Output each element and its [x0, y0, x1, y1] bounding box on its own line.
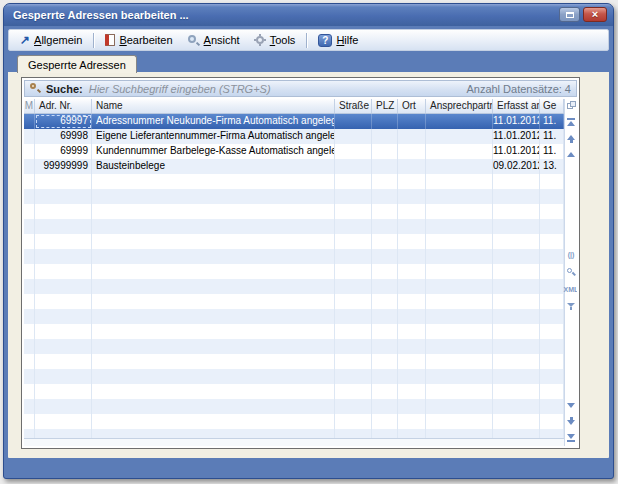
ort-cell: [398, 144, 426, 159]
name-cell: Kundennummer Barbelege-Kasse Automatisch…: [92, 144, 335, 159]
partner-cell: [426, 144, 493, 159]
header-partner[interactable]: Ansprechpartner: [426, 99, 493, 113]
grid-side-toolbar: (|) XML: [564, 99, 577, 446]
edit-document-icon: [105, 34, 115, 46]
empty-grid-area: [24, 174, 564, 438]
search-bar: Suche: Hier Suchbegriff eingeben (STRG+S…: [24, 80, 577, 97]
marker-cell: [24, 144, 35, 159]
name-cell: Eigene Lieferantennummer-Firma Automatis…: [92, 129, 335, 144]
menu-bar: ↗ Allgemein Bearbeiten Ansicht Tools ? H…: [8, 29, 609, 51]
adr-cell: 99999999: [35, 159, 92, 174]
table-row[interactable]: 69999 Kundennummer Barbelege-Kasse Autom…: [24, 144, 564, 159]
ort-cell: [398, 159, 426, 174]
menu-label: Bearbeiten: [119, 34, 172, 46]
header-plz[interactable]: PLZ: [372, 99, 398, 113]
geaendert-cell: 13.: [540, 159, 564, 174]
filter-icon[interactable]: [567, 303, 575, 310]
ort-cell: [398, 114, 426, 129]
menu-label: Allgemein: [34, 34, 82, 46]
marker-cell: [24, 129, 35, 144]
strasse-cell: [335, 159, 372, 174]
strasse-cell: [335, 144, 372, 159]
erfasst-cell: 11.01.2012: [493, 114, 540, 129]
table-row[interactable]: 69998 Eigene Lieferantennummer-Firma Aut…: [24, 129, 564, 144]
header-adr-nr[interactable]: Adr. Nr.: [35, 99, 92, 113]
plz-cell: [372, 114, 398, 129]
header-name[interactable]: Name: [92, 99, 335, 113]
table-row[interactable]: 69997 Adressnummer Neukunde-Firma Automa…: [24, 114, 564, 129]
header-marker[interactable]: M: [24, 99, 35, 113]
table-wrap: M Adr. Nr. Name Straße PLZ Ort Ansprechp…: [24, 99, 577, 446]
brackets-icon[interactable]: (|): [568, 251, 575, 259]
adr-cell: 69997: [35, 114, 92, 129]
partner-cell: [426, 159, 493, 174]
row-up-icon[interactable]: [567, 152, 575, 157]
menu-item-tools[interactable]: Tools: [247, 31, 303, 49]
go-first-row-icon[interactable]: [567, 118, 575, 126]
menu-label: Ansicht: [204, 34, 240, 46]
page-down-icon[interactable]: [567, 417, 575, 425]
page-up-icon[interactable]: [567, 135, 575, 143]
erfasst-cell: 09.02.2012: [493, 159, 540, 174]
partner-cell: [426, 129, 493, 144]
plz-cell: [372, 144, 398, 159]
marker-cell: [24, 114, 35, 129]
search-icon: [30, 83, 41, 94]
strasse-cell: [335, 129, 372, 144]
ort-cell: [398, 129, 426, 144]
header-ort[interactable]: Ort: [398, 99, 426, 113]
table-header-row: M Adr. Nr. Name Straße PLZ Ort Ansprechp…: [24, 99, 564, 114]
erfasst-cell: 11.01.2012: [493, 144, 540, 159]
name-cell: Adressnummer Neukunde-Firma Automatisch …: [92, 114, 335, 129]
restore-icon: [566, 12, 574, 18]
gear-icon: [254, 34, 266, 46]
magnifier-document-icon: [187, 34, 200, 47]
title-bar[interactable]: Gesperrte Adressen bearbeiten ... ×: [4, 4, 613, 26]
grid: M Adr. Nr. Name Straße PLZ Ort Ansprechp…: [24, 99, 564, 438]
tab-page: Suche: Hier Suchbegriff eingeben (STRG+S…: [8, 72, 609, 458]
menu-separator: [93, 33, 94, 48]
menu-item-bearbeiten[interactable]: Bearbeiten: [98, 31, 179, 49]
dialog-window: Gesperrte Adressen bearbeiten ... × ↗ Al…: [3, 3, 614, 479]
close-button[interactable]: ×: [583, 7, 607, 22]
xml-export-icon[interactable]: XML: [564, 286, 577, 294]
row-down-icon[interactable]: [567, 403, 575, 408]
header-erfasst[interactable]: Erfasst am: [493, 99, 540, 113]
header-strasse[interactable]: Straße: [335, 99, 372, 113]
arrow-up-right-icon: ↗: [20, 34, 30, 46]
menu-item-hilfe[interactable]: ? Hilfe: [311, 31, 365, 49]
table-row[interactable]: 99999999 Bausteinbelege 09.02.2012 13.: [24, 159, 564, 174]
search-label: Suche:: [46, 83, 83, 95]
adr-cell: 69999: [35, 144, 92, 159]
header-geaendert[interactable]: Ge: [540, 99, 564, 113]
erfasst-cell: 11.01.2012: [493, 129, 540, 144]
marker-cell: [24, 159, 35, 174]
record-count: Anzahl Datensätze: 4: [466, 83, 571, 95]
horizontal-scrollbar[interactable]: [24, 438, 564, 446]
help-icon: ?: [318, 34, 332, 47]
tab-gesperrte-adressen[interactable]: Gesperrte Adressen: [17, 55, 137, 73]
geaendert-cell: 11.: [540, 144, 564, 159]
client-area: Gesperrte Adressen Suche: Hier Suchbegri…: [8, 52, 609, 474]
adr-cell: 69998: [35, 129, 92, 144]
menu-item-ansicht[interactable]: Ansicht: [180, 31, 247, 49]
go-last-row-icon[interactable]: [567, 434, 575, 442]
grid-panel: Suche: Hier Suchbegriff eingeben (STRG+S…: [21, 77, 580, 449]
menu-item-allgemein[interactable]: ↗ Allgemein: [13, 31, 89, 49]
menu-separator: [306, 33, 307, 48]
plz-cell: [372, 129, 398, 144]
menu-label: Hilfe: [336, 34, 358, 46]
partner-cell: [426, 114, 493, 129]
titlebar-buttons: ×: [559, 7, 607, 22]
tab-strip: Gesperrte Adressen: [8, 52, 609, 72]
menu-label: Tools: [270, 34, 296, 46]
restore-button[interactable]: [559, 7, 580, 22]
geaendert-cell: 11.: [540, 129, 564, 144]
column-chooser-icon[interactable]: [567, 101, 576, 110]
geaendert-cell: 11.: [540, 114, 564, 129]
name-cell: Bausteinbelege: [92, 159, 335, 174]
search-input[interactable]: Hier Suchbegriff eingeben (STRG+S): [89, 83, 467, 95]
strasse-cell: [335, 114, 372, 129]
plz-cell: [372, 159, 398, 174]
search-rows-icon[interactable]: [567, 268, 576, 277]
